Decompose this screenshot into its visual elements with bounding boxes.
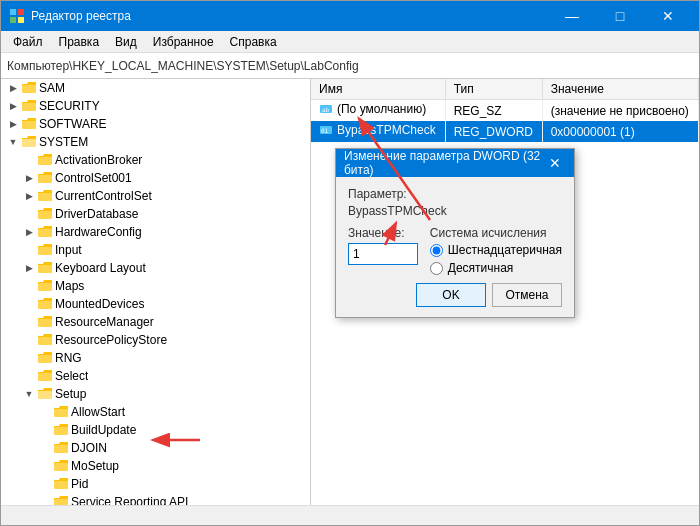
- tree-label-currentcontrolset: CurrentControlSet: [55, 189, 152, 203]
- table-row[interactable]: ab (По умолчанию) REG_SZ (значение не пр…: [311, 100, 699, 122]
- dialog-param-label: Параметр:: [348, 187, 562, 201]
- app-icon: [9, 8, 25, 24]
- menu-file[interactable]: Файл: [5, 33, 51, 51]
- svg-rect-7: [22, 139, 36, 147]
- radio-group-base: Шестнадцатеричная Десятичная: [430, 243, 562, 275]
- folder-icon-servicereportingapi: [53, 494, 69, 505]
- tree-item-resourcemanager[interactable]: ResourceManager: [1, 313, 310, 331]
- address-text: Компьютер\HKEY_LOCAL_MACHINE\SYSTEM\Setu…: [7, 59, 359, 73]
- dialog-body: Параметр: BypassTPMCheck Значение: Систе…: [336, 177, 574, 317]
- tree-arrow-buildupdate: [37, 422, 53, 438]
- tree-item-pid[interactable]: Pid: [1, 475, 310, 493]
- svg-rect-20: [38, 373, 52, 381]
- status-bar: [1, 505, 699, 525]
- row-value-bypass: 0x00000001 (1): [542, 121, 698, 142]
- close-button[interactable]: ✕: [645, 1, 691, 31]
- radio-hex-input[interactable]: [430, 244, 443, 257]
- tree-item-currentcontrolset[interactable]: CurrentControlSet: [1, 187, 310, 205]
- dialog-value-label: Значение:: [348, 226, 418, 240]
- tree-item-system[interactable]: SYSTEM: [1, 133, 310, 151]
- tree-label-activationbroker: ActivationBroker: [55, 153, 142, 167]
- radio-hex[interactable]: Шестнадцатеричная: [430, 243, 562, 257]
- tree-arrow-servicereportingapi: [37, 494, 53, 505]
- row-type-default: REG_SZ: [445, 100, 542, 122]
- folder-icon-system: [21, 134, 37, 150]
- tree-arrow-mounteddevices: [21, 296, 37, 312]
- row-type-bypass: REG_DWORD: [445, 121, 542, 142]
- tree-label-select: Select: [55, 369, 88, 383]
- title-bar: Редактор реестра — □ ✕: [1, 1, 699, 31]
- folder-icon-allowstart: [53, 404, 69, 420]
- tree-item-setup[interactable]: Setup: [1, 385, 310, 403]
- tree-item-software[interactable]: SOFTWARE: [1, 115, 310, 133]
- reg-dword-icon: 01 BypassTPMCheck: [319, 123, 436, 137]
- row-name-default: ab (По умолчанию): [311, 100, 445, 122]
- radio-dec-input[interactable]: [430, 262, 443, 275]
- folder-icon-hardwareconfig: [37, 224, 53, 240]
- tree-item-mosetup[interactable]: MoSetup: [1, 457, 310, 475]
- tree-item-activationbroker[interactable]: ActivationBroker: [1, 151, 310, 169]
- tree-arrow-allowstart: [37, 404, 53, 420]
- tree-arrow-setup: [21, 386, 37, 402]
- svg-rect-21: [38, 391, 52, 399]
- tree-label-setup: Setup: [55, 387, 86, 401]
- dialog-cancel-button[interactable]: Отмена: [492, 283, 562, 307]
- dialog-value-input[interactable]: [348, 243, 418, 265]
- dialog-title-text: Изменение параметра DWORD (32 бита): [344, 149, 543, 177]
- tree-item-sam[interactable]: SAM: [1, 79, 310, 97]
- tree-arrow-driverdatabase: [21, 206, 37, 222]
- tree-item-driverdatabase[interactable]: DriverDatabase: [1, 205, 310, 223]
- svg-rect-26: [54, 481, 68, 489]
- tree-item-keyboardlayout[interactable]: Keyboard Layout: [1, 259, 310, 277]
- tree-item-mounteddevices[interactable]: MountedDevices: [1, 295, 310, 313]
- tree-label-resourcemanager: ResourceManager: [55, 315, 154, 329]
- registry-table: Имя Тип Значение ab (По умолчанию) R: [311, 79, 699, 142]
- tree-label-pid: Pid: [71, 477, 88, 491]
- tree-arrow-sam: [5, 80, 21, 96]
- tree-arrow-system: [5, 134, 21, 150]
- tree-item-buildupdate[interactable]: BuildUpdate: [1, 421, 310, 439]
- tree-arrow-maps: [21, 278, 37, 294]
- tree-item-servicereportingapi[interactable]: Service Reporting API: [1, 493, 310, 505]
- tree-item-resourcepolicystore[interactable]: ResourcePolicyStore: [1, 331, 310, 349]
- menu-favorites[interactable]: Избранное: [145, 33, 222, 51]
- tree-label-rng: RNG: [55, 351, 82, 365]
- tree-item-hardwareconfig[interactable]: HardwareConfig: [1, 223, 310, 241]
- svg-rect-19: [38, 355, 52, 363]
- tree-arrow-hardwareconfig: [21, 224, 37, 240]
- col-type: Тип: [445, 79, 542, 100]
- menu-view[interactable]: Вид: [107, 33, 145, 51]
- dialog-close-button[interactable]: ✕: [543, 149, 566, 177]
- tree-label-mounteddevices: MountedDevices: [55, 297, 144, 311]
- folder-icon-software: [21, 116, 37, 132]
- dialog-value-section: Значение:: [348, 226, 418, 275]
- dialog-ok-button[interactable]: OK: [416, 283, 486, 307]
- dword-dialog: Изменение параметра DWORD (32 бита) ✕ Па…: [335, 148, 575, 318]
- svg-rect-14: [38, 265, 52, 273]
- tree-label-mosetup: MoSetup: [71, 459, 119, 473]
- col-name: Имя: [311, 79, 445, 100]
- title-controls: — □ ✕: [549, 1, 691, 31]
- menu-edit[interactable]: Правка: [51, 33, 108, 51]
- radio-dec[interactable]: Десятичная: [430, 261, 562, 275]
- minimize-button[interactable]: —: [549, 1, 595, 31]
- col-value: Значение: [542, 79, 698, 100]
- dialog-base-section: Система исчисления Шестнадцатеричная Дес…: [430, 226, 562, 275]
- maximize-button[interactable]: □: [597, 1, 643, 31]
- tree-item-allowstart[interactable]: AllowStart: [1, 403, 310, 421]
- tree-item-controlset001[interactable]: ControlSet001: [1, 169, 310, 187]
- menu-help[interactable]: Справка: [222, 33, 285, 51]
- tree-item-select[interactable]: Select: [1, 367, 310, 385]
- tree-item-input[interactable]: Input: [1, 241, 310, 259]
- svg-rect-10: [38, 193, 52, 201]
- svg-rect-6: [22, 121, 36, 129]
- tree-panel[interactable]: SAM SECURITY SOFTWARE: [1, 79, 311, 505]
- tree-label-djoin: DJOIN: [71, 441, 107, 455]
- folder-icon-buildupdate: [53, 422, 69, 438]
- tree-arrow-currentcontrolset: [21, 188, 37, 204]
- tree-item-djoin[interactable]: DJOIN: [1, 439, 310, 457]
- table-row-bypass[interactable]: 01 BypassTPMCheck REG_DWORD 0x00000001 (…: [311, 121, 699, 142]
- tree-item-security[interactable]: SECURITY: [1, 97, 310, 115]
- tree-item-rng[interactable]: RNG: [1, 349, 310, 367]
- tree-item-maps[interactable]: Maps: [1, 277, 310, 295]
